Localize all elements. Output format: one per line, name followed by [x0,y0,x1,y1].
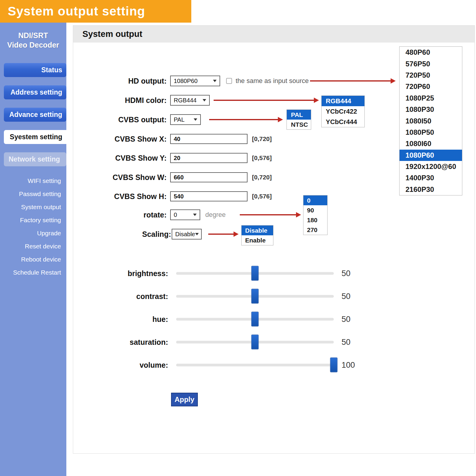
hd-output-label: HD output: [71,77,167,85]
hdmi-color-label: HDMI color: [71,96,167,105]
slider-label: brightness: [128,269,168,278]
slider-row-volume-: volume:100 [0,353,476,376]
slider-row-brightness-: brightness:50 [0,262,476,285]
option-1080i50[interactable]: 1080I50 [400,115,462,126]
slider-track[interactable] [176,341,334,343]
sidebar-subitem-wifi-setting[interactable]: WIFI setting [0,174,66,187]
slider-row-contrast-: contrast:50 [0,285,476,308]
chevron-down-icon [195,233,199,235]
option-576p50[interactable]: 576P50 [400,58,462,69]
option-disable[interactable]: Disable [242,226,273,235]
page-header: System output setting [0,0,191,23]
option-1080p60[interactable]: 1080P60 [400,150,462,161]
cvbs-show-h-input[interactable] [170,191,248,201]
hd-resolution-popup: 480P60576P50720P50720P601080P251080P3010… [399,46,462,195]
chevron-down-icon [213,80,217,82]
system-output-setting-page: System output setting NDI/SRT Video Deco… [0,0,476,476]
option-enable[interactable]: Enable [242,235,273,245]
slider-handle[interactable] [251,266,259,281]
slider-track[interactable] [176,272,334,275]
chevron-down-icon [194,118,197,121]
cvbs-output-label: CVBS output: [71,115,167,124]
option-720p50[interactable]: 720P50 [400,70,462,81]
sidebar-button-syestem-setting[interactable]: Syestem setting [4,130,68,144]
hd-output-select[interactable]: 1080P60 [170,76,220,86]
sidebar-button-advance-setting[interactable]: Advance setting [4,108,66,122]
sidebar-button-address-setting[interactable]: Address setting [4,85,66,99]
scaling-label: Scaling: [76,230,171,239]
option-1080p30[interactable]: 1080P30 [400,104,462,115]
adjustment-sliders: brightness:50contrast:50hue:50saturation… [0,262,476,376]
sidebar-nav-buttons: StatusAddress settingAdvance settingSyes… [0,63,66,175]
slider-track[interactable] [176,318,334,320]
sidebar-subitem-factory-setting[interactable]: Factory setting [0,214,66,227]
sidebar-subitem-reset-device[interactable]: Reset device [0,240,66,253]
rotate-suffix: degree [205,211,226,219]
cvbs-output-select[interactable]: PAL [170,114,201,125]
sidebar-subitem-system-output[interactable]: System output [0,201,66,214]
option-1080p50[interactable]: 1080P50 [400,127,462,138]
chevron-down-icon [193,214,197,216]
red-arrow-rotate [240,214,296,215]
hd-output-value: 1080P60 [171,78,213,84]
option-720p60[interactable]: 720P60 [400,81,462,92]
option-180[interactable]: 180 [303,215,327,225]
cvbs-show-x-input[interactable] [170,134,248,144]
apply-button[interactable]: Apply [171,393,198,406]
cvbs-show-w-input[interactable] [170,172,248,182]
slider-track[interactable] [176,295,334,298]
option-2160p30[interactable]: 2160P30 [400,184,462,195]
rotate-select[interactable]: 0 [170,209,200,220]
cvbs-show-x-label: CVBS Show X: [71,135,167,143]
option-pal[interactable]: PAL [287,110,311,120]
cvbs-show-y-input[interactable] [170,153,248,163]
option-480p60[interactable]: 480P60 [400,47,462,58]
option-270[interactable]: 270 [303,225,327,235]
slider-label: hue: [152,315,168,323]
scaling-value: Disable [172,231,195,238]
same-as-input-checkbox[interactable] [226,78,232,84]
slider-track[interactable] [176,364,334,366]
sidebar-subitem-passwd-setting[interactable]: Passwd setting [0,187,66,201]
slider-handle[interactable] [251,335,259,350]
option-90[interactable]: 90 [303,205,327,215]
slider-label: saturation: [130,338,168,346]
hdmi-color-select[interactable]: RGB444 [170,95,210,106]
slider-value: 50 [342,337,350,347]
option-rgb444[interactable]: RGB444 [322,96,364,106]
device-brand: NDI/SRT Video Decoder [0,31,66,50]
scaling-mode-popup: DisableEnable [241,225,273,245]
slider-label: volume: [140,361,168,369]
slider-handle[interactable] [251,312,259,327]
slider-handle[interactable] [251,289,259,304]
cvbs-show-w-range: [0,720] [252,174,272,181]
option-0[interactable]: 0 [303,195,327,205]
option-1080i60[interactable]: 1080I60 [400,138,462,149]
sidebar-button-status[interactable]: Status [4,63,66,77]
red-arrow-hdmi-color [214,100,314,101]
option-1920x1200-60[interactable]: 1920x1200@60 [400,161,462,172]
same-as-input-label: the same as input source [236,77,309,85]
sidebar-button-network-setting[interactable]: Network setting [4,152,66,166]
slider-value: 50 [342,292,350,301]
red-arrow-cvbs-output [209,119,278,120]
scaling-select[interactable]: Disable [172,229,202,239]
option-1400p30[interactable]: 1400P30 [400,172,462,184]
option-ntsc[interactable]: NTSC [287,120,311,129]
slider-label: contrast: [136,292,168,300]
section-title: System output [73,26,475,43]
cvbs-mode-popup: PALNTSC [286,109,311,130]
rotate-label: rotate: [71,211,167,219]
rotate-value: 0 [171,212,193,218]
chevron-down-icon [203,99,206,101]
cvbs-show-y-range: [0,576] [252,154,272,162]
rotate-degree-popup: 090180270 [303,195,328,235]
slider-handle[interactable] [330,358,338,372]
option-ycbcr422[interactable]: YCbCr422 [322,106,364,117]
slider-row-hue-: hue:50 [0,308,476,331]
option-ycbcr444[interactable]: YCbCr444 [322,117,364,127]
red-arrow-scaling [208,234,234,235]
cvbs-show-y-label: CVBS Show Y: [71,154,167,162]
sidebar-subitem-upgrade[interactable]: Upgrade [0,227,66,240]
option-1080p25[interactable]: 1080P25 [400,93,462,104]
